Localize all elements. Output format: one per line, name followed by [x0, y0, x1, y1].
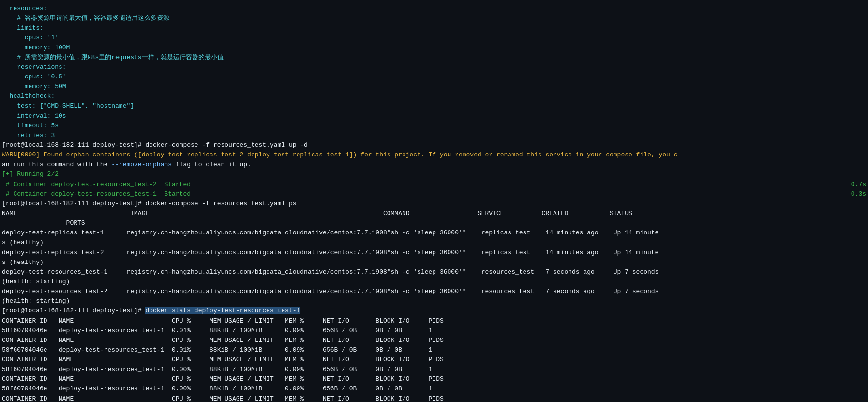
terminal-line-17: [+] Running 2/2 [0, 170, 868, 179]
terminal-line-27: deploy-test-resources_test-1 registry.cn… [0, 267, 868, 277]
terminal-line-16: an run this command with the --remove-or… [0, 160, 868, 170]
terminal-line-10: test: ["CMD-SHELL", "hostname"] [0, 101, 868, 111]
terminal-line-29: deploy-test-resources_test-2 registry.cn… [0, 287, 868, 296]
terminal-line-24: s (healthy) [0, 238, 868, 247]
terminal-line-20: [root@local-168-182-111 deploy-test]# do… [0, 199, 868, 209]
terminal-line-22: PORTS [0, 218, 868, 228]
terminal-line-23: deploy-test-replicas_test-1 registry.cn-… [0, 228, 868, 238]
terminal-line-39: 58f60704046e deploy-test-resources_test-… [0, 384, 868, 394]
terminal-line-35: 58f60704046e deploy-test-resources_test-… [0, 345, 868, 355]
terminal-line-33: 58f60704046e deploy-test-resources_test-… [0, 326, 868, 336]
terminal-content: resources: # 容器资源申请的最大值，容器最多能适用这么多资源 lim… [0, 4, 868, 402]
terminal-line-25: deploy-test-replicas_test-2 registry.cn-… [0, 248, 868, 258]
terminal-window: resources: # 容器资源申请的最大值，容器最多能适用这么多资源 lim… [0, 0, 868, 402]
terminal-line-0: resources: [0, 4, 868, 14]
terminal-line-19: # Container deploy-test-resources_test-1… [0, 189, 868, 199]
terminal-line-40: CONTAINER ID NAME CPU % MEM USAGE / LIMI… [0, 394, 868, 402]
terminal-line-31: [root@local-168-182-111 deploy-test]# do… [0, 306, 868, 316]
terminal-line-8: memory: 50M [0, 82, 868, 92]
terminal-line-30: (health: starting) [0, 296, 868, 306]
terminal-line-7: cpus: '0.5' [0, 72, 868, 82]
terminal-line-5: # 所需资源的最小值，跟k8s里的requests一样，就是运行容器的最小值 [0, 53, 868, 62]
terminal-line-26: s (healthy) [0, 258, 868, 267]
terminal-line-13: retries: 3 [0, 131, 868, 140]
terminal-line-2: limits: [0, 23, 868, 33]
terminal-line-21: NAME IMAGE COMMAND SERVICE CREATED STATU… [0, 209, 868, 218]
terminal-line-6: reservations: [0, 62, 868, 72]
terminal-line-12: timeout: 5s [0, 121, 868, 131]
terminal-line-3: cpus: '1' [0, 33, 868, 43]
terminal-line-9: healthcheck: [0, 92, 868, 101]
terminal-line-37: 58f60704046e deploy-test-resources_test-… [0, 365, 868, 374]
terminal-line-4: memory: 100M [0, 43, 868, 53]
terminal-line-15: WARN[0000] Found orphan containers ([dep… [0, 150, 868, 160]
terminal-line-18: # Container deploy-test-resources_test-2… [0, 180, 868, 189]
terminal-line-1: # 容器资源申请的最大值，容器最多能适用这么多资源 [0, 14, 868, 23]
terminal-line-36: CONTAINER ID NAME CPU % MEM USAGE / LIMI… [0, 355, 868, 365]
terminal-line-32: CONTAINER ID NAME CPU % MEM USAGE / LIMI… [0, 316, 868, 326]
terminal-line-28: (health: starting) [0, 277, 868, 287]
terminal-line-38: CONTAINER ID NAME CPU % MEM USAGE / LIMI… [0, 374, 868, 384]
terminal-line-14: [root@local-168-182-111 deploy-test]# do… [0, 140, 868, 150]
terminal-line-34: CONTAINER ID NAME CPU % MEM USAGE / LIMI… [0, 336, 868, 345]
terminal-line-11: interval: 10s [0, 111, 868, 121]
